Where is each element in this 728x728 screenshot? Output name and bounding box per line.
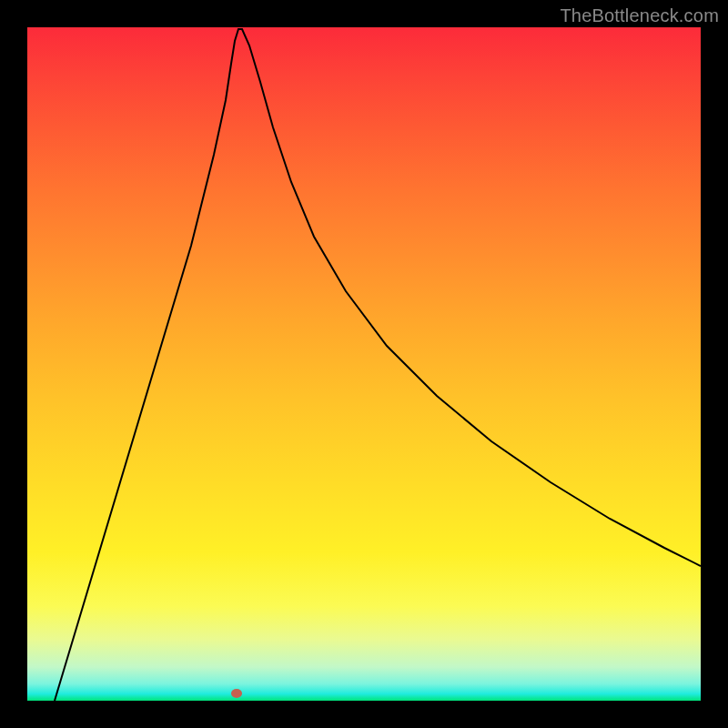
curve-svg [27,27,701,701]
plot-area [27,27,701,701]
curve-line [55,29,701,701]
chart-frame: TheBottleneck.com [0,0,728,728]
watermark-text: TheBottleneck.com [560,5,719,26]
minimum-marker-dot [231,689,242,698]
